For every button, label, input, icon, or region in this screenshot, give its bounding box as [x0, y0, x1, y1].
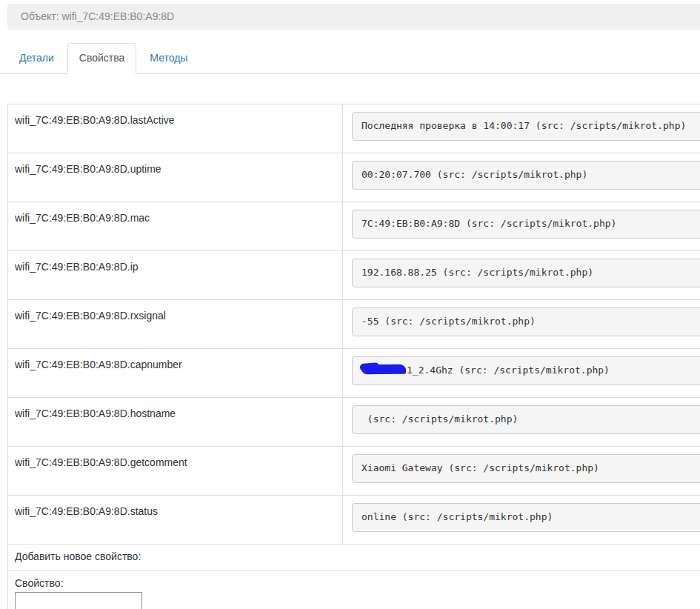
property-value-box: 7C:49:EB:B0:A9:8D (src: /scripts/mikrot.… — [352, 210, 700, 239]
object-header: Объект: wifi_7C:49:EB:B0:A9:8D — [7, 4, 700, 30]
property-row: wifi_7C:49:EB:B0:A9:8D.getcomment Xiaomi… — [8, 446, 700, 495]
property-name: wifi_7C:49:EB:B0:A9:8D.rxsignal — [8, 299, 343, 348]
property-value-cell: 1_2.4Ghz (src: /scripts/mikrot.php) — [343, 348, 700, 397]
new-property-name-input[interactable] — [15, 592, 142, 609]
property-name: wifi_7C:49:EB:B0:A9:8D.ip — [8, 250, 343, 299]
property-row: wifi_7C:49:EB:B0:A9:8D.status online (sr… — [8, 495, 700, 544]
properties-table: wifi_7C:49:EB:B0:A9:8D.lastActive Послед… — [7, 104, 700, 609]
property-name: wifi_7C:49:EB:B0:A9:8D.capnumber — [8, 348, 343, 397]
property-row: wifi_7C:49:EB:B0:A9:8D.lastActive Послед… — [8, 104, 700, 153]
property-name: wifi_7C:49:EB:B0:A9:8D.getcomment — [8, 446, 343, 495]
property-value-cell: Последняя проверка в 14:00:17 (src: /scr… — [343, 104, 700, 153]
property-value-box: 00:20:07.700 (src: /scripts/mikrot.php) — [352, 161, 700, 190]
property-value-box: Последняя проверка в 14:00:17 (src: /scr… — [352, 112, 700, 141]
tab-bar: Детали Свойства Методы — [0, 43, 700, 74]
property-value-cell: -55 (src: /scripts/mikrot.php) — [343, 299, 700, 348]
property-value-box: 192.168.88.25 (src: /scripts/mikrot.php) — [352, 259, 700, 287]
tab-methods-link[interactable]: Методы — [138, 43, 199, 74]
property-value-box: 1_2.4Ghz (src: /scripts/mikrot.php) — [352, 356, 700, 385]
property-field-label: Свойство: — [15, 577, 700, 589]
property-row: wifi_7C:49:EB:B0:A9:8D.capnumber 1_2.4Gh… — [8, 348, 700, 397]
property-name: wifi_7C:49:EB:B0:A9:8D.status — [8, 495, 343, 544]
new-property-row: Свойство: — [8, 570, 700, 609]
property-row: wifi_7C:49:EB:B0:A9:8D.rxsignal -55 (src… — [8, 299, 700, 348]
tab-details[interactable]: Детали — [7, 43, 66, 74]
tab-methods[interactable]: Методы — [138, 43, 199, 74]
object-title: Объект: wifi_7C:49:EB:B0:A9:8D — [21, 10, 174, 22]
property-row: wifi_7C:49:EB:B0:A9:8D.hostname (src: /s… — [8, 397, 700, 446]
property-value-cell: 192.168.88.25 (src: /scripts/mikrot.php) — [343, 250, 700, 299]
property-name: wifi_7C:49:EB:B0:A9:8D.mac — [8, 202, 343, 250]
property-value-cell: 00:20:07.700 (src: /scripts/mikrot.php) — [343, 153, 700, 202]
property-value-cell: Xiaomi Gateway (src: /scripts/mikrot.php… — [343, 446, 700, 495]
property-row: wifi_7C:49:EB:B0:A9:8D.mac 7C:49:EB:B0:A… — [8, 202, 700, 250]
property-name: wifi_7C:49:EB:B0:A9:8D.hostname — [8, 397, 343, 446]
property-row: wifi_7C:49:EB:B0:A9:8D.uptime 00:20:07.7… — [8, 153, 700, 202]
property-value-box: online (src: /scripts/mikrot.php) — [352, 503, 700, 532]
property-value-box: -55 (src: /scripts/mikrot.php) — [352, 307, 700, 336]
property-value-cell: online (src: /scripts/mikrot.php) — [343, 495, 700, 544]
properties-panel: wifi_7C:49:EB:B0:A9:8D.lastActive Послед… — [7, 104, 700, 609]
add-property-header-row: Добавить новое свойство: — [8, 544, 700, 570]
property-name: wifi_7C:49:EB:B0:A9:8D.uptime — [8, 153, 343, 202]
tab-properties[interactable]: Свойства — [67, 43, 136, 74]
property-value-cell: 7C:49:EB:B0:A9:8D (src: /scripts/mikrot.… — [343, 202, 700, 250]
property-value-box: Xiaomi Gateway (src: /scripts/mikrot.php… — [352, 454, 700, 483]
tab-properties-link[interactable]: Свойства — [67, 43, 136, 74]
tab-details-link[interactable]: Детали — [7, 43, 66, 74]
property-row: wifi_7C:49:EB:B0:A9:8D.ip 192.168.88.25 … — [8, 250, 700, 299]
add-property-section-label: Добавить новое свойство: — [8, 544, 700, 570]
redaction-scribble — [361, 365, 406, 375]
property-name: wifi_7C:49:EB:B0:A9:8D.lastActive — [8, 104, 343, 153]
property-value-cell: (src: /scripts/mikrot.php) — [343, 397, 700, 446]
property-value-box: (src: /scripts/mikrot.php) — [352, 405, 700, 434]
new-property-cell: Свойство: — [8, 570, 700, 609]
